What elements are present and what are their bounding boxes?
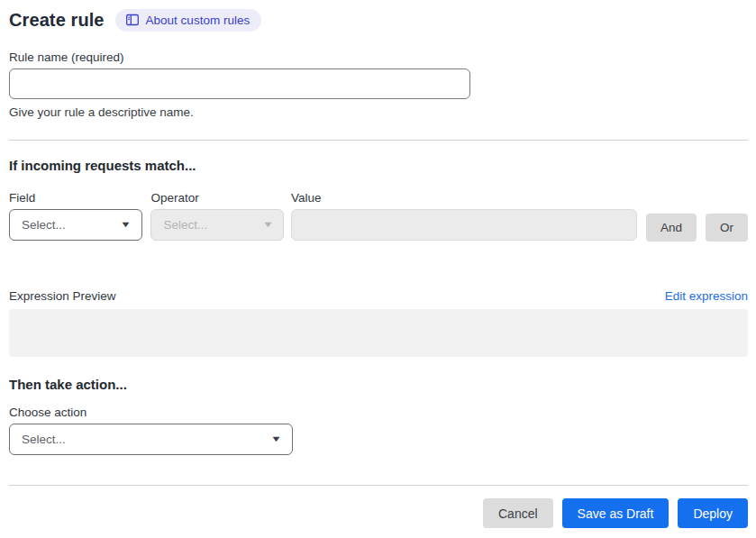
rule-name-help: Give your rule a descriptive name. — [9, 105, 748, 119]
value-label: Value — [291, 191, 637, 205]
footer-actions: Cancel Save as Draft Deploy — [9, 498, 748, 528]
chevron-down-icon: ▼ — [270, 435, 282, 443]
or-button[interactable]: Or — [706, 214, 748, 242]
deploy-button[interactable]: Deploy — [678, 498, 748, 528]
expression-preview-row: Expression Preview Edit expression — [9, 289, 748, 303]
match-section-heading: If incoming requests match... — [9, 158, 748, 173]
book-icon — [125, 13, 140, 27]
about-badge-label: About custom rules — [146, 14, 250, 27]
expression-preview-box — [9, 309, 748, 357]
action-section-heading: Then take action... — [9, 377, 748, 392]
choose-action-value: Select... — [22, 433, 66, 446]
choose-action-label: Choose action — [9, 406, 748, 419]
operator-select[interactable]: Select... ▼ — [150, 209, 284, 241]
field-label: Field — [9, 191, 150, 205]
chevron-down-icon: ▼ — [120, 221, 132, 229]
and-button[interactable]: And — [646, 214, 697, 242]
cancel-button[interactable]: Cancel — [483, 498, 553, 528]
page-header: Create rule About custom rules — [9, 9, 748, 32]
value-input[interactable] — [291, 209, 637, 241]
operator-column: Operator Select... ▼ — [150, 191, 290, 241]
rule-name-label: Rule name (required) — [9, 50, 748, 64]
field-select[interactable]: Select... ▼ — [9, 209, 142, 241]
chevron-down-icon: ▼ — [262, 221, 274, 229]
match-condition-row: Field Select... ▼ Operator Select... ▼ V… — [9, 191, 748, 242]
andor-buttons: And Or — [646, 214, 748, 242]
operator-label: Operator — [150, 191, 290, 205]
rule-name-input[interactable] — [9, 68, 470, 99]
value-column: Value — [291, 191, 637, 241]
expression-preview-label: Expression Preview — [9, 289, 116, 303]
field-column: Field Select... ▼ — [9, 191, 150, 241]
choose-action-select[interactable]: Select... ▼ — [9, 424, 293, 455]
field-select-value: Select... — [22, 218, 66, 232]
save-as-draft-button[interactable]: Save as Draft — [562, 498, 669, 528]
page-title: Create rule — [9, 10, 105, 31]
section-divider — [9, 140, 748, 141]
edit-expression-link[interactable]: Edit expression — [665, 289, 748, 303]
create-rule-page: Create rule About custom rules Rule name… — [0, 0, 756, 538]
operator-select-value: Select... — [163, 218, 207, 232]
footer-divider — [9, 485, 748, 486]
about-custom-rules-badge[interactable]: About custom rules — [115, 9, 262, 32]
